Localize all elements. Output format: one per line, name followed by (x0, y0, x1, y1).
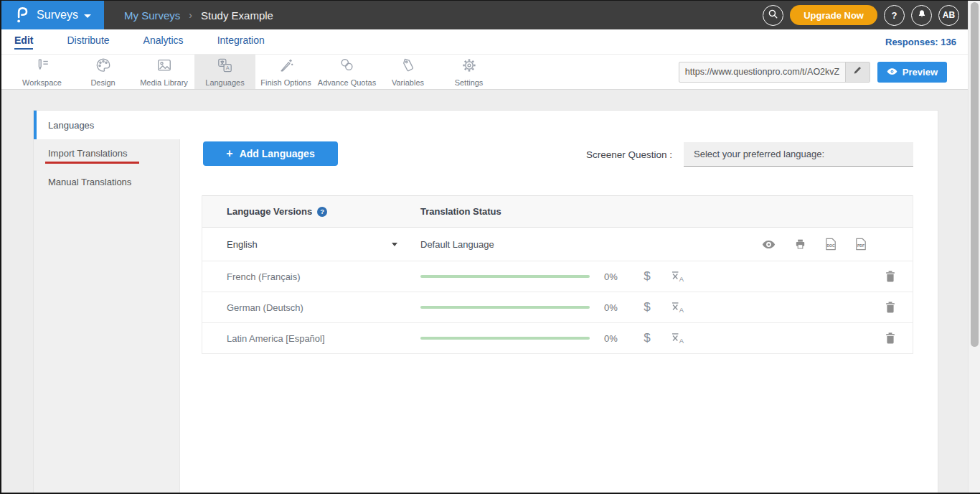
toolbar-item-media-library[interactable]: Media Library (133, 55, 194, 89)
export-doc-button[interactable]: DOC (825, 238, 837, 251)
translation-progress-bar (420, 337, 590, 340)
delete-language-button[interactable] (885, 271, 895, 282)
translation-progress-bar (420, 306, 590, 309)
scrollbar-thumb[interactable] (971, 2, 979, 347)
print-button[interactable] (794, 238, 806, 250)
column-language-versions: Language Versions (227, 206, 312, 217)
help-button[interactable]: ? (884, 5, 905, 26)
toolbar-item-label: Finish Options (260, 78, 311, 87)
toolbar-item-settings[interactable]: Settings (438, 55, 499, 89)
sidebar-item-manual-translations[interactable]: Manual Translations (34, 168, 179, 192)
sidebar-title: Languages (48, 120, 94, 131)
languages-content: + Add Languages Screener Question : Sele… (180, 111, 938, 493)
notifications-button[interactable] (911, 5, 932, 26)
workspace-icon (34, 57, 50, 76)
paid-translation-icon[interactable]: $ (643, 300, 651, 314)
language-name: German (Deutsch) (227, 302, 420, 313)
toolbar-item-advance-quotas[interactable]: Advance Quotas (316, 55, 377, 89)
user-avatar[interactable]: AB (938, 5, 959, 26)
media-library-icon (156, 57, 172, 76)
sidebar-item-languages[interactable]: Languages (34, 111, 180, 139)
pencil-icon (852, 65, 862, 78)
view-survey-button[interactable] (762, 240, 776, 249)
table-row-french: French (Français) 0% $ A (202, 261, 913, 292)
main-area: Languages Import Translations Manual Tra… (1, 90, 968, 493)
product-label: Surveys (37, 9, 78, 22)
table-row-german: German (Deutsch) 0% $ A (202, 292, 913, 323)
default-language-name: English (227, 239, 258, 250)
sidebar-item-import-translations[interactable]: Import Translations (34, 139, 179, 168)
language-versions-table: Language Versions ? Translation Status E… (202, 195, 913, 354)
top-bar-actions: Upgrade Now ? AB (763, 5, 968, 26)
preview-label: Preview (903, 67, 938, 78)
upgrade-now-button[interactable]: Upgrade Now (790, 5, 877, 25)
default-language-dropdown[interactable]: English (227, 239, 420, 250)
edit-url-button[interactable] (845, 62, 870, 82)
survey-url-box (679, 62, 870, 83)
tab-integration[interactable]: Integration (217, 34, 265, 50)
tab-distribute[interactable]: Distribute (67, 34, 109, 50)
design-icon (95, 57, 111, 76)
add-languages-button[interactable]: + Add Languages (203, 141, 338, 166)
svg-text:A: A (226, 65, 230, 71)
translation-percent: 0% (604, 333, 626, 344)
question-mark-icon: ? (892, 10, 897, 21)
toolbar-right: Preview (679, 55, 968, 89)
sidebar-item-label: Manual Translations (48, 177, 131, 187)
survey-tabs: Edit Distribute Analytics Integration (14, 34, 265, 50)
toolbar-item-variables[interactable]: Variables (377, 55, 438, 89)
table-row-default-language: English Default Language (202, 228, 913, 261)
help-icon[interactable]: ? (317, 207, 327, 217)
toolbar-item-design[interactable]: Design (72, 55, 133, 89)
toolbar-item-label: Variables (392, 78, 424, 87)
screener-question-select[interactable]: Select your preferred language: (684, 142, 913, 167)
screener-question-value: Select your preferred language: (694, 149, 824, 159)
svg-text:A: A (679, 307, 684, 313)
translate-icon[interactable]: A (671, 302, 685, 313)
translation-percent: 0% (604, 271, 626, 282)
breadcrumb-my-surveys[interactable]: My Surveys (124, 9, 180, 22)
questionpro-logo-icon (14, 6, 31, 24)
toolbar-item-finish-options[interactable]: Finish Options (255, 55, 316, 89)
toolbar-item-languages[interactable]: A Languages (194, 55, 255, 89)
screener-question-label: Screener Question : (586, 149, 672, 160)
languages-panel: Languages Import Translations Manual Tra… (33, 110, 938, 493)
advance-quotas-icon (339, 57, 355, 76)
toolbar-item-workspace[interactable]: Workspace (11, 55, 72, 89)
survey-nav-row: Edit Distribute Analytics Integration Re… (1, 29, 968, 55)
page-scrollbar[interactable] (968, 1, 980, 493)
svg-text:A: A (679, 337, 684, 344)
search-button[interactable] (763, 5, 783, 26)
languages-sidebar: Languages Import Translations Manual Tra… (34, 111, 180, 493)
delete-language-button[interactable] (885, 332, 895, 344)
chevron-down-icon (392, 243, 397, 246)
tab-edit[interactable]: Edit (14, 34, 33, 50)
variables-icon (400, 57, 416, 76)
survey-url-input[interactable] (679, 62, 845, 82)
tab-analytics[interactable]: Analytics (143, 34, 184, 50)
language-name: French (Français) (227, 271, 420, 282)
export-pdf-button[interactable]: PDF (855, 238, 867, 251)
sidebar-item-label: Import Translations (48, 148, 128, 159)
toolbar-items: Workspace Design (11, 55, 499, 89)
translate-icon[interactable]: A (671, 332, 685, 344)
delete-language-button[interactable] (885, 302, 895, 313)
responses-count[interactable]: Responses: 136 (885, 37, 956, 47)
table-row-latin-america: Latin America [Español] 0% $ A (202, 323, 913, 354)
translate-icon[interactable]: A (671, 271, 685, 282)
paid-translation-icon[interactable]: $ (643, 269, 651, 284)
paid-translation-icon[interactable]: $ (643, 331, 651, 345)
plus-icon: + (226, 147, 232, 160)
preview-button[interactable]: Preview (877, 62, 947, 83)
app-window: Surveys My Surveys › Study Example Upgra… (0, 0, 980, 494)
svg-text:DOC: DOC (826, 244, 834, 248)
default-row-actions: DOC PDF (762, 238, 867, 251)
translation-percent: 0% (604, 302, 626, 313)
breadcrumb-separator: › (189, 9, 192, 21)
top-bar: Surveys My Surveys › Study Example Upgra… (1, 1, 968, 29)
toolbar-item-label: Settings (455, 78, 484, 87)
breadcrumb-current-survey: Study Example (201, 9, 273, 22)
product-menu[interactable]: Surveys (1, 1, 104, 29)
screener-question-group: Screener Question : Select your preferre… (586, 142, 913, 167)
finish-options-icon (278, 57, 294, 76)
